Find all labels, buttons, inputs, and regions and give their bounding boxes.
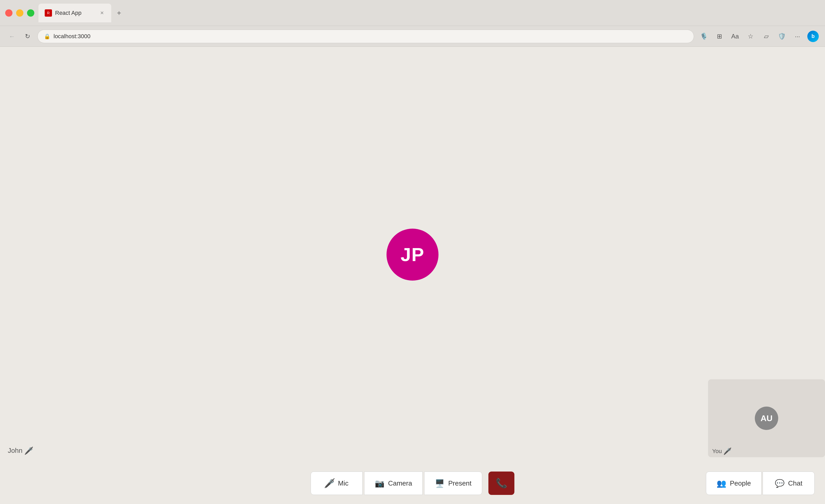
lock-icon: 🔒 bbox=[44, 33, 51, 39]
chat-button[interactable]: 💬 Chat bbox=[763, 472, 815, 495]
new-tab-button[interactable]: + bbox=[113, 7, 125, 19]
refresh-button[interactable]: ↻ bbox=[22, 31, 33, 42]
tab-favicon: R bbox=[45, 9, 52, 17]
people-button[interactable]: 👥 People bbox=[706, 472, 762, 495]
close-window-button[interactable] bbox=[5, 9, 12, 17]
john-mute-icon: 🎤 bbox=[25, 447, 33, 454]
you-mute-icon: 🎤 bbox=[724, 448, 731, 455]
you-label: You 🎤 bbox=[712, 448, 731, 455]
hangup-button[interactable]: 📞 bbox=[489, 472, 514, 495]
favicon-icon: R bbox=[47, 11, 50, 15]
tab-title: React App bbox=[55, 10, 96, 16]
you-avatar-initials: AU bbox=[760, 414, 772, 423]
tab-bar: R React App ✕ + bbox=[39, 4, 820, 22]
split-view-icon[interactable]: ▱ bbox=[760, 31, 772, 42]
main-participant-avatar: JP bbox=[386, 229, 439, 280]
present-icon: 🖥️ bbox=[435, 479, 444, 488]
you-name-text: You bbox=[712, 448, 722, 455]
url-bar[interactable]: 🔒 localhost:3000 bbox=[38, 29, 694, 43]
camera-label: Camera bbox=[388, 479, 412, 487]
browser-shield-icon[interactable]: 🛡️ bbox=[776, 31, 788, 42]
present-button[interactable]: 🖥️ Present bbox=[424, 472, 482, 495]
chat-label: Chat bbox=[788, 479, 802, 487]
url-text: localhost:3000 bbox=[54, 33, 90, 40]
more-options-icon[interactable]: ··· bbox=[792, 31, 803, 42]
chat-icon: 💬 bbox=[775, 479, 784, 488]
people-icon: 👥 bbox=[717, 479, 726, 488]
you-avatar: AU bbox=[755, 407, 778, 430]
microphone-icon[interactable]: 🎙️ bbox=[698, 31, 709, 42]
john-name-label: John bbox=[8, 446, 22, 455]
reader-view-icon[interactable]: Aa bbox=[729, 31, 741, 42]
main-avatar-initials: JP bbox=[400, 244, 425, 265]
video-main: JP John 🎤 AU You 🎤 bbox=[0, 47, 825, 463]
tab-close-button[interactable]: ✕ bbox=[99, 10, 105, 16]
app-area: JP John 🎤 AU You 🎤 🎤 Mic bbox=[0, 47, 825, 504]
active-tab[interactable]: R React App ✕ bbox=[39, 4, 111, 22]
mic-button[interactable]: 🎤 Mic bbox=[311, 472, 363, 495]
browser-tab-bar: R React App ✕ + bbox=[0, 0, 825, 26]
back-button[interactable]: ← bbox=[6, 31, 18, 42]
minimize-window-button[interactable] bbox=[16, 9, 23, 17]
people-label: People bbox=[730, 479, 751, 487]
present-label: Present bbox=[448, 479, 471, 487]
center-controls: 🎤 Mic 📷 Camera 🖥️ Present 📞 bbox=[311, 472, 514, 495]
hangup-icon: 📞 bbox=[496, 478, 507, 489]
traffic-lights bbox=[5, 9, 34, 17]
bing-copilot-icon[interactable]: b bbox=[807, 31, 819, 42]
controls-bar: 🎤 Mic 📷 Camera 🖥️ Present 📞 👥 Peop bbox=[0, 463, 825, 504]
camera-icon: 📷 bbox=[375, 479, 384, 488]
right-controls: 👥 People 💬 Chat bbox=[706, 472, 815, 495]
camera-button[interactable]: 📷 Camera bbox=[364, 472, 423, 495]
browser-toolbar: 🎙️ ⊞ Aa ☆ ▱ 🛡️ ··· b bbox=[698, 31, 819, 42]
mic-label: Mic bbox=[338, 479, 348, 487]
you-thumbnail: AU You 🎤 bbox=[708, 379, 825, 457]
fullscreen-window-button[interactable] bbox=[27, 9, 34, 17]
extensions-icon[interactable]: ⊞ bbox=[714, 31, 725, 42]
favorites-icon[interactable]: ☆ bbox=[745, 31, 756, 42]
mic-off-icon: 🎤 bbox=[325, 479, 334, 488]
url-bar-row: ← ↻ 🔒 localhost:3000 🎙️ ⊞ Aa ☆ ▱ 🛡️ ··· … bbox=[0, 26, 825, 47]
john-participant-label: John 🎤 bbox=[8, 446, 33, 455]
